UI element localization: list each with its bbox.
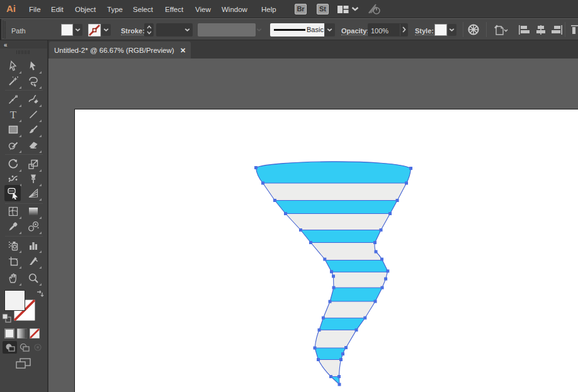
svg-text:T: T bbox=[10, 109, 17, 120]
